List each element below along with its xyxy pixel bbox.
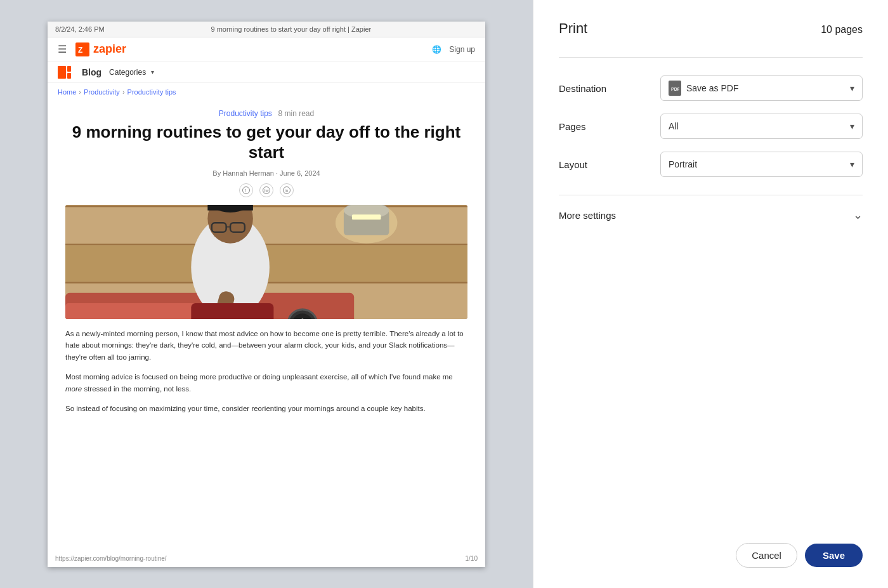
globe-icon: 🌐 xyxy=(432,45,441,54)
layout-select[interactable]: Portrait ▾ xyxy=(660,152,863,177)
svg-rect-4 xyxy=(67,73,71,79)
destination-label: Destination xyxy=(559,83,660,94)
destination-select[interactable]: PDF Save as PDF ▾ xyxy=(660,75,863,101)
destination-value: Save as PDF xyxy=(686,83,738,93)
more-settings-row[interactable]: More settings ⌄ xyxy=(559,195,863,235)
twitter-icon: tw xyxy=(259,183,273,197)
pages-label: Pages xyxy=(559,121,660,132)
zapier-logo: Z zapier xyxy=(75,42,126,56)
more-settings-label: More settings xyxy=(559,210,616,221)
menu-icon: ☰ xyxy=(58,43,67,55)
svg-rect-36 xyxy=(191,303,273,319)
pages-value: All xyxy=(669,121,679,131)
svg-point-5 xyxy=(243,186,250,193)
footer-page: 1/10 xyxy=(466,555,478,562)
svg-text:f: f xyxy=(245,188,247,193)
preview-area: 8/2/24, 2:46 PM 9 morning routines to st… xyxy=(0,0,533,588)
browser-tab-title: 9 morning routines to start your day off… xyxy=(211,25,371,33)
pages-select[interactable]: All ▾ xyxy=(660,114,863,139)
article-image-svg xyxy=(65,205,467,319)
article-category: Productivity tips 8 min read xyxy=(65,108,467,118)
article-category-link: Productivity tips xyxy=(219,109,272,118)
svg-rect-31 xyxy=(207,205,253,211)
article-meta: By Hannah Herman · June 6, 2024 xyxy=(65,169,467,177)
layout-row: Layout Portrait ▾ xyxy=(559,152,863,177)
destination-row: Destination PDF Save as PDF ▾ xyxy=(559,75,863,101)
destination-chevron-icon: ▾ xyxy=(850,83,854,93)
article-read-time: 8 min read xyxy=(278,109,314,118)
blog-nav: Blog Categories ▾ xyxy=(48,62,485,83)
footer-url: https://zapier.com/blog/morning-routine/ xyxy=(55,555,167,562)
zapier-logo-text: zapier xyxy=(93,42,126,56)
cancel-button[interactable]: Cancel xyxy=(736,543,797,568)
article-content: Productivity tips 8 min read 9 morning r… xyxy=(48,101,485,436)
print-panel: Print 10 pages Destination PDF Save as P… xyxy=(533,0,888,588)
svg-text:in: in xyxy=(285,188,289,193)
save-button[interactable]: Save xyxy=(805,544,863,567)
breadcrumb-sep2: › xyxy=(122,88,125,96)
pages-row: Pages All ▾ xyxy=(559,114,863,139)
blog-icon-svg xyxy=(58,66,77,79)
print-divider xyxy=(559,57,863,58)
svg-rect-2 xyxy=(58,66,66,79)
svg-text:tw: tw xyxy=(264,188,270,193)
breadcrumb: Home › Productivity › Productivity tips xyxy=(48,83,485,101)
svg-rect-13 xyxy=(65,207,467,243)
breadcrumb-productivity: Productivity xyxy=(84,88,120,96)
breadcrumb-productivity-tips: Productivity tips xyxy=(127,88,176,96)
article-image xyxy=(65,205,467,319)
article-para-1: As a newly-minted morning person, I know… xyxy=(65,328,467,364)
pages-chevron-icon: ▾ xyxy=(850,121,854,131)
layout-chevron-icon: ▾ xyxy=(850,159,854,169)
breadcrumb-sep1: › xyxy=(79,88,81,96)
zapier-nav: ☰ Z zapier 🌐 Sign up xyxy=(48,37,485,62)
social-icons: f tw in xyxy=(65,183,467,197)
svg-text:Z: Z xyxy=(78,46,82,55)
linkedin-icon: in xyxy=(280,183,294,197)
categories-label: Categories xyxy=(109,68,146,77)
breadcrumb-home: Home xyxy=(58,88,76,96)
nav-right: 🌐 Sign up xyxy=(432,45,475,54)
article-para-3: So instead of focusing on maximizing you… xyxy=(65,403,467,415)
svg-rect-12 xyxy=(65,205,467,206)
print-title: Print xyxy=(559,20,587,37)
layout-value: Portrait xyxy=(669,159,697,169)
article-title: 9 morning routines to get your day off t… xyxy=(65,122,467,163)
blog-label: Blog xyxy=(82,67,101,77)
more-settings-chevron-icon: ⌄ xyxy=(853,208,863,222)
signup-link: Sign up xyxy=(449,45,475,54)
facebook-icon: f xyxy=(239,183,253,197)
pdf-icon: PDF xyxy=(669,81,681,96)
destination-select-content: PDF Save as PDF xyxy=(669,81,738,96)
categories-chevron: ▾ xyxy=(151,69,154,75)
article-para-2: Most morning advice is focused on being … xyxy=(65,371,467,395)
svg-text:PDF: PDF xyxy=(671,87,679,91)
zapier-logo-svg: Z xyxy=(75,42,89,56)
browser-bar: 8/2/24, 2:46 PM 9 morning routines to st… xyxy=(48,22,485,37)
layout-label: Layout xyxy=(559,159,660,170)
svg-rect-3 xyxy=(67,66,71,72)
page-footer: https://zapier.com/blog/morning-routine/… xyxy=(55,555,478,562)
article-body: As a newly-minted morning person, I know… xyxy=(65,328,467,415)
print-actions: Cancel Save xyxy=(736,543,863,568)
print-header: Print 10 pages xyxy=(559,20,863,37)
print-pages: 10 pages xyxy=(821,24,863,36)
page-preview: 8/2/24, 2:46 PM 9 morning routines to st… xyxy=(48,22,485,567)
browser-time: 8/2/24, 2:46 PM xyxy=(55,25,105,33)
